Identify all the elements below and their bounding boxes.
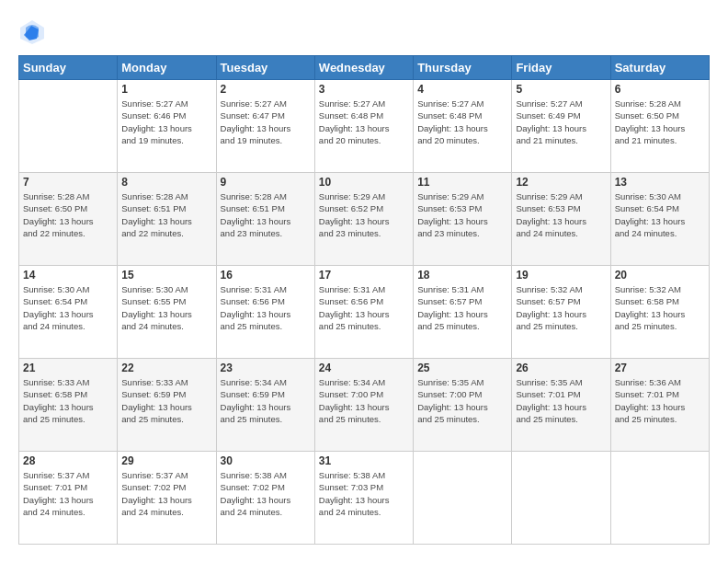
calendar-cell: 30Sunrise: 5:38 AM Sunset: 7:02 PM Dayli… (216, 452, 314, 545)
day-number: 21 (23, 362, 113, 374)
day-number: 6 (615, 83, 705, 96)
page: SundayMondayTuesdayWednesdayThursdayFrid… (0, 0, 728, 563)
calendar-cell: 9Sunrise: 5:28 AM Sunset: 6:51 PM Daylig… (216, 173, 314, 266)
calendar-cell: 7Sunrise: 5:28 AM Sunset: 6:50 PM Daylig… (19, 173, 118, 266)
day-info: Sunrise: 5:29 AM Sunset: 6:53 PM Dayligh… (417, 190, 507, 239)
calendar-cell: 8Sunrise: 5:28 AM Sunset: 6:51 PM Daylig… (118, 173, 216, 266)
day-info: Sunrise: 5:30 AM Sunset: 6:55 PM Dayligh… (121, 283, 211, 332)
day-info: Sunrise: 5:30 AM Sunset: 6:54 PM Dayligh… (615, 190, 705, 239)
day-number: 7 (23, 176, 113, 189)
day-number: 1 (121, 83, 211, 96)
day-header-monday: Monday (118, 56, 216, 80)
day-number: 17 (319, 269, 409, 282)
day-number: 3 (319, 83, 409, 96)
calendar-cell: 19Sunrise: 5:32 AM Sunset: 6:57 PM Dayli… (512, 266, 610, 359)
day-info: Sunrise: 5:34 AM Sunset: 7:00 PM Dayligh… (319, 376, 409, 425)
day-info: Sunrise: 5:38 AM Sunset: 7:02 PM Dayligh… (221, 469, 311, 518)
calendar-week-2: 7Sunrise: 5:28 AM Sunset: 6:50 PM Daylig… (19, 173, 710, 266)
calendar-cell: 16Sunrise: 5:31 AM Sunset: 6:56 PM Dayli… (216, 266, 314, 359)
calendar-cell: 26Sunrise: 5:35 AM Sunset: 7:01 PM Dayli… (512, 359, 610, 452)
calendar-week-5: 28Sunrise: 5:37 AM Sunset: 7:01 PM Dayli… (19, 452, 710, 545)
logo (18, 18, 50, 46)
calendar-cell: 6Sunrise: 5:28 AM Sunset: 6:50 PM Daylig… (610, 80, 709, 173)
calendar-cell: 4Sunrise: 5:27 AM Sunset: 6:48 PM Daylig… (414, 80, 512, 173)
calendar-cell: 11Sunrise: 5:29 AM Sunset: 6:53 PM Dayli… (414, 173, 512, 266)
calendar-cell: 17Sunrise: 5:31 AM Sunset: 6:56 PM Dayli… (314, 266, 413, 359)
day-info: Sunrise: 5:32 AM Sunset: 6:58 PM Dayligh… (615, 283, 705, 332)
day-header-sunday: Sunday (19, 56, 118, 80)
calendar-cell: 2Sunrise: 5:27 AM Sunset: 6:47 PM Daylig… (216, 80, 314, 173)
day-number: 28 (23, 454, 113, 467)
day-info: Sunrise: 5:30 AM Sunset: 6:54 PM Dayligh… (23, 283, 113, 332)
day-number: 9 (221, 176, 311, 189)
calendar-cell: 5Sunrise: 5:27 AM Sunset: 6:49 PM Daylig… (512, 80, 610, 173)
calendar-cell: 20Sunrise: 5:32 AM Sunset: 6:58 PM Dayli… (610, 266, 709, 359)
calendar-cell: 12Sunrise: 5:29 AM Sunset: 6:53 PM Dayli… (512, 173, 610, 266)
calendar-cell: 27Sunrise: 5:36 AM Sunset: 7:01 PM Dayli… (610, 359, 709, 452)
calendar-cell: 18Sunrise: 5:31 AM Sunset: 6:57 PM Dayli… (414, 266, 512, 359)
day-info: Sunrise: 5:36 AM Sunset: 7:01 PM Dayligh… (615, 376, 705, 425)
calendar-cell: 29Sunrise: 5:37 AM Sunset: 7:02 PM Dayli… (118, 452, 216, 545)
day-info: Sunrise: 5:27 AM Sunset: 6:49 PM Dayligh… (516, 98, 606, 146)
day-number: 26 (516, 362, 606, 374)
day-number: 31 (319, 454, 409, 467)
day-info: Sunrise: 5:37 AM Sunset: 7:01 PM Dayligh… (23, 469, 113, 518)
day-info: Sunrise: 5:29 AM Sunset: 6:53 PM Dayligh… (516, 190, 606, 239)
day-number: 2 (221, 83, 311, 96)
calendar-cell: 23Sunrise: 5:34 AM Sunset: 6:59 PM Dayli… (216, 359, 314, 452)
day-info: Sunrise: 5:31 AM Sunset: 6:57 PM Dayligh… (417, 283, 507, 332)
day-info: Sunrise: 5:33 AM Sunset: 6:59 PM Dayligh… (121, 376, 211, 425)
day-number: 20 (615, 269, 705, 282)
day-number: 15 (121, 269, 211, 282)
day-info: Sunrise: 5:35 AM Sunset: 7:00 PM Dayligh… (417, 376, 507, 425)
day-number: 23 (221, 362, 311, 374)
calendar-cell: 31Sunrise: 5:38 AM Sunset: 7:03 PM Dayli… (314, 452, 413, 545)
calendar-cell: 3Sunrise: 5:27 AM Sunset: 6:48 PM Daylig… (314, 80, 413, 173)
day-number: 4 (417, 83, 507, 96)
day-info: Sunrise: 5:28 AM Sunset: 6:51 PM Dayligh… (121, 190, 211, 239)
day-header-thursday: Thursday (414, 56, 512, 80)
calendar-week-3: 14Sunrise: 5:30 AM Sunset: 6:54 PM Dayli… (19, 266, 710, 359)
day-info: Sunrise: 5:28 AM Sunset: 6:50 PM Dayligh… (615, 98, 705, 146)
day-number: 10 (319, 176, 409, 189)
calendar-cell: 21Sunrise: 5:33 AM Sunset: 6:58 PM Dayli… (19, 359, 118, 452)
day-number: 16 (221, 269, 311, 282)
header (18, 18, 710, 46)
calendar-cell: 28Sunrise: 5:37 AM Sunset: 7:01 PM Dayli… (19, 452, 118, 545)
day-info: Sunrise: 5:35 AM Sunset: 7:01 PM Dayligh… (516, 376, 606, 425)
calendar-cell: 14Sunrise: 5:30 AM Sunset: 6:54 PM Dayli… (19, 266, 118, 359)
day-number: 27 (615, 362, 705, 374)
day-info: Sunrise: 5:33 AM Sunset: 6:58 PM Dayligh… (23, 376, 113, 425)
day-info: Sunrise: 5:28 AM Sunset: 6:51 PM Dayligh… (221, 190, 311, 239)
calendar-cell (414, 452, 512, 545)
day-number: 13 (615, 176, 705, 189)
day-info: Sunrise: 5:32 AM Sunset: 6:57 PM Dayligh… (516, 283, 606, 332)
day-number: 14 (23, 269, 113, 282)
day-info: Sunrise: 5:37 AM Sunset: 7:02 PM Dayligh… (121, 469, 211, 518)
day-number: 30 (221, 454, 311, 467)
day-info: Sunrise: 5:34 AM Sunset: 6:59 PM Dayligh… (221, 376, 311, 425)
day-info: Sunrise: 5:29 AM Sunset: 6:52 PM Dayligh… (319, 190, 409, 239)
logo-icon (18, 18, 46, 46)
day-header-tuesday: Tuesday (216, 56, 314, 80)
calendar-cell (512, 452, 610, 545)
calendar-header-row: SundayMondayTuesdayWednesdayThursdayFrid… (19, 56, 710, 80)
day-number: 5 (516, 83, 606, 96)
day-info: Sunrise: 5:27 AM Sunset: 6:47 PM Dayligh… (221, 98, 311, 146)
calendar-week-1: 1Sunrise: 5:27 AM Sunset: 6:46 PM Daylig… (19, 80, 710, 173)
day-number: 11 (417, 176, 507, 189)
calendar-week-4: 21Sunrise: 5:33 AM Sunset: 6:58 PM Dayli… (19, 359, 710, 452)
day-number: 19 (516, 269, 606, 282)
day-number: 18 (417, 269, 507, 282)
calendar-cell (610, 452, 709, 545)
day-header-wednesday: Wednesday (314, 56, 413, 80)
calendar-table: SundayMondayTuesdayWednesdayThursdayFrid… (18, 55, 710, 545)
day-info: Sunrise: 5:27 AM Sunset: 6:46 PM Dayligh… (121, 98, 211, 146)
day-number: 24 (319, 362, 409, 374)
day-info: Sunrise: 5:27 AM Sunset: 6:48 PM Dayligh… (417, 98, 507, 146)
day-number: 22 (121, 362, 211, 374)
day-header-friday: Friday (512, 56, 610, 80)
calendar-cell: 1Sunrise: 5:27 AM Sunset: 6:46 PM Daylig… (118, 80, 216, 173)
day-number: 29 (121, 454, 211, 467)
day-number: 25 (417, 362, 507, 374)
